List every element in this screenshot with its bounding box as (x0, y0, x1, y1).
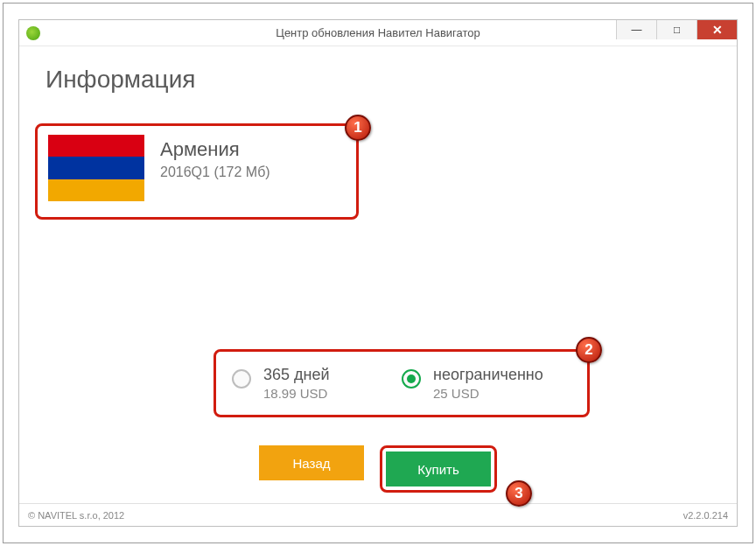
option-price: 25 USD (433, 386, 543, 401)
buy-button[interactable]: Купить (386, 452, 491, 486)
titlebar: Центр обновления Навител Навигатор — □ ✕ (19, 20, 737, 46)
content-area: Информация Армения 2016Q1 (172 Мб) 365 д… (19, 46, 737, 503)
button-row: Назад Купить (19, 445, 737, 493)
option-365-days[interactable]: 365 дней 18.99 USD (232, 366, 402, 401)
app-icon (26, 26, 40, 40)
option-label: 365 дней (263, 366, 330, 384)
version-text: v2.2.0.214 (683, 510, 728, 521)
product-meta: 2016Q1 (172 Мб) (160, 164, 270, 180)
close-button[interactable]: ✕ (696, 20, 737, 39)
option-unlimited[interactable]: неограниченно 25 USD (402, 366, 571, 401)
flag-icon (48, 135, 144, 201)
option-price: 18.99 USD (263, 386, 330, 401)
copyright-text: © NAVITEL s.r.o, 2012 (28, 510, 124, 521)
maximize-button[interactable]: □ (656, 20, 696, 39)
product-info: Армения 2016Q1 (172 Мб) (160, 135, 270, 180)
license-options: 365 дней 18.99 USD неограниченно 25 USD (214, 349, 590, 417)
product-name: Армения (160, 138, 270, 161)
footer: © NAVITEL s.r.o, 2012 v2.2.0.214 (19, 503, 737, 526)
radio-icon (402, 369, 421, 388)
annotation-badge-3: 3 (506, 480, 532, 507)
option-label: неограниченно (433, 366, 543, 384)
product-card: Армения 2016Q1 (172 Мб) (35, 123, 359, 220)
back-button[interactable]: Назад (259, 445, 364, 480)
radio-icon (232, 369, 251, 388)
buy-highlight: Купить (380, 445, 497, 493)
annotation-badge-2: 2 (576, 337, 602, 363)
window-controls: — □ ✕ (616, 20, 737, 39)
app-window: Центр обновления Навител Навигатор — □ ✕… (18, 19, 738, 527)
minimize-button[interactable]: — (616, 20, 656, 39)
page-title: Информация (46, 66, 710, 94)
annotation-badge-1: 1 (345, 115, 371, 141)
